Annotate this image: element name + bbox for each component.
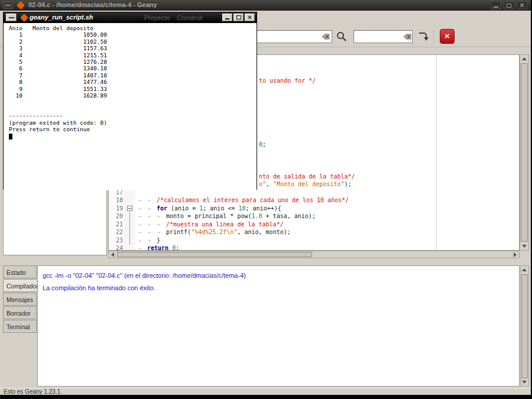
code-line[interactable]: nto de salida de la tabla*/ [259, 173, 355, 181]
terminal-line: 7 1407.10 [9, 72, 257, 79]
terminal-titlebar[interactable]: geany_run_script.sh ProyectoConstruir × [4, 12, 257, 23]
code-line[interactable]: →return 0; [138, 244, 179, 251]
terminal-line: 6 1340.10 [9, 65, 257, 72]
code-line[interactable]: to usando for */ [259, 77, 316, 85]
geany-logo-icon [17, 1, 25, 9]
terminal-body[interactable]: Anio Monto del deposito 1 1050.00 2 1102… [4, 23, 257, 190]
terminal-line: 3 1157.63 [9, 45, 257, 51]
line-number[interactable]: 19 [109, 205, 123, 213]
hscroll-thumb[interactable] [117, 252, 312, 257]
menu-item-construir: Construir [177, 14, 203, 21]
code-line[interactable]: →→for (anio = 1; anio <= 10; anio++){ [138, 205, 281, 213]
maximize-icon[interactable] [233, 14, 244, 21]
scroll-down-icon[interactable] [522, 245, 527, 248]
terminal-output: Anio Monto del deposito 1 1050.00 2 1102… [9, 25, 257, 140]
statusbar: Esto es Geany 1.23.1. [0, 388, 531, 395]
fold-line [129, 228, 130, 236]
tab-terminal[interactable]: Terminal [3, 320, 37, 333]
terminal-line: 8 1477.46 [9, 79, 257, 85]
jump-to-line-button[interactable] [416, 30, 430, 44]
editor-vscrollbar[interactable] [520, 54, 529, 251]
vscroll-thumb[interactable] [521, 63, 528, 242]
magnifier-icon [335, 30, 349, 44]
code-line[interactable]: →→} [138, 236, 160, 245]
terminal-line: 5 1276.28 [9, 59, 257, 65]
tab-estado[interactable]: Estado [3, 265, 37, 278]
code-line[interactable]: o", "Monto del deposito"); [259, 180, 352, 189]
scroll-up-icon[interactable] [522, 268, 527, 271]
main-titlebar[interactable]: 02-04.c - /home/dmacias/c/tema-4 - Geany… [0, 0, 531, 11]
code-line[interactable]: →→/*calculamos el interes para cada uno … [138, 196, 349, 205]
terminal-line: 2 1102.50 [9, 38, 257, 45]
code-line[interactable]: 0; [259, 141, 266, 149]
menu-item-proyecto: Proyecto [144, 14, 170, 21]
scroll-left-icon[interactable] [111, 252, 114, 257]
toolbar-separator [434, 30, 435, 44]
clear-search-icon[interactable] [322, 33, 330, 41]
bottom-vscrollbar[interactable] [520, 265, 529, 387]
tab-compilador[interactable]: Compilador [3, 279, 37, 292]
clear-goto-icon[interactable] [403, 33, 411, 41]
line-number[interactable]: 23 [109, 236, 123, 245]
terminal-cursor [9, 134, 12, 140]
terminal-line: Press return to continue [9, 126, 257, 132]
compiler-message: gcc -lm -o "02-04" "02-04.c" (en el dire… [43, 270, 514, 282]
minimize-icon[interactable] [491, 1, 501, 9]
vscroll-thumb[interactable] [521, 274, 528, 378]
terminal-line: 10 1628.89 [9, 92, 257, 99]
fold-line [129, 236, 130, 245]
terminal-line: 1 1050.00 [9, 31, 257, 38]
scroll-right-icon[interactable] [514, 252, 517, 257]
code-line[interactable]: →→→printf("%4d%25.2f\n", anio, monto); [138, 228, 291, 236]
line-number[interactable]: 22 [109, 228, 123, 236]
line-number[interactable]: 18 [109, 196, 123, 205]
terminal-line: ---------------- [9, 112, 257, 119]
code-line[interactable]: →→→/*muestra una linea de la tabla*/ [138, 220, 284, 229]
terminal-window[interactable]: geany_run_script.sh ProyectoConstruir × … [3, 12, 257, 190]
editor-hscrollbar[interactable] [108, 251, 520, 258]
terminal-line: 9 1551.33 [9, 86, 257, 92]
maximize-icon[interactable] [504, 1, 514, 9]
minimize-icon[interactable] [222, 14, 232, 21]
fold-line [129, 220, 130, 229]
window-title: 02-04.c - /home/dmacias/c/tema-4 - Geany [28, 1, 157, 8]
geany-logo-icon [20, 14, 28, 22]
compiler-message-area[interactable]: gcc -lm -o "02-04" "02-04.c" (en el dire… [37, 265, 520, 387]
line-number[interactable]: 24 [109, 244, 123, 251]
fold-line [129, 212, 130, 220]
scroll-up-icon[interactable] [522, 57, 527, 60]
close-icon[interactable]: × [517, 1, 527, 9]
terminal-line [9, 106, 257, 112]
tab-borrador[interactable]: Borrador [3, 306, 37, 319]
compiler-output: gcc -lm -o "02-04" "02-04.c" (en el dire… [43, 270, 514, 294]
scroll-down-icon[interactable] [522, 381, 527, 384]
terminal-line: (program exited with code: 0) [9, 119, 257, 126]
terminal-title: geany_run_script.sh [30, 14, 93, 21]
window-menu-icon[interactable] [6, 14, 17, 21]
compiler-message: La compilación ha terminado con éxito. [43, 282, 514, 294]
quit-button[interactable]: × [440, 29, 455, 44]
close-icon[interactable]: × [245, 14, 255, 21]
statusbar-text: Esto es Geany 1.23.1. [4, 388, 62, 395]
terminal-line [9, 99, 257, 105]
desktop: 02-04.c - /home/dmacias/c/tema-4 - Geany… [0, 0, 532, 399]
terminal-line: 4 1215.51 [9, 52, 257, 59]
code-line[interactable]: →→→monto = principal * pow(1.0 + tasa, a… [138, 212, 316, 220]
window-menu-icon[interactable] [3, 2, 13, 9]
line-number[interactable]: 20 [109, 212, 123, 220]
line-number[interactable]: 21 [109, 220, 123, 229]
fold-collapse-icon[interactable] [127, 206, 132, 211]
tab-mensajes[interactable]: Mensajes [3, 293, 37, 306]
terminal-line: Anio Monto del deposito [9, 25, 257, 31]
bottom-tabs: EstadoCompiladorMensajesBorradorTerminal [3, 265, 37, 333]
